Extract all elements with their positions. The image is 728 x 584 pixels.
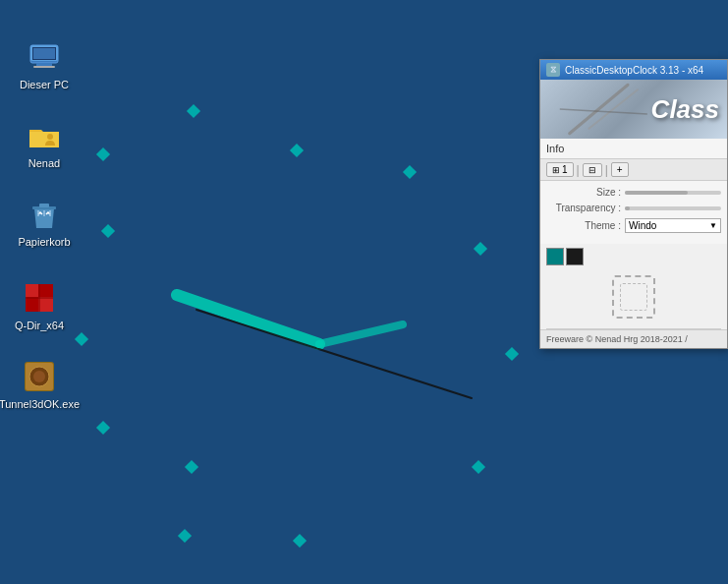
svg-line-25	[196, 310, 472, 398]
theme-control-row: Theme : Windo ▼	[546, 218, 721, 233]
desktop-icon-label: Papierkorb	[18, 236, 70, 248]
qdir-icon	[22, 280, 57, 316]
footer-text: Freeware © Nenad Hrg 2018-2021 /	[546, 334, 688, 344]
svg-point-6	[47, 134, 53, 140]
tab-1-label: 1	[562, 164, 568, 175]
theme-value: Windo	[629, 220, 656, 231]
svg-line-24	[319, 324, 403, 344]
desktop-clock-display	[98, 265, 540, 423]
swatch-teal[interactable]	[546, 248, 564, 265]
svg-line-29	[560, 109, 647, 114]
app-icon	[22, 359, 57, 394]
svg-rect-15	[26, 297, 38, 312]
swatch-black[interactable]	[566, 248, 584, 265]
tab-2[interactable]: ⊟	[583, 163, 602, 177]
svg-rect-16	[38, 297, 53, 312]
size-control-row: Size :	[546, 187, 721, 198]
theme-dropdown[interactable]: Windo ▼	[625, 218, 721, 233]
size-slider-fill	[625, 191, 688, 195]
theme-label: Theme :	[546, 220, 625, 231]
svg-rect-9	[37, 210, 39, 216]
computer-icon	[27, 39, 62, 75]
svg-line-27	[570, 85, 628, 133]
dropdown-arrow-icon: ▼	[709, 221, 717, 230]
window-controls-area: Size : Transparency : Theme : Windo ▼	[540, 181, 727, 244]
window-titlebar[interactable]: ⧖ ClassicDesktopClock 3.13 - x64	[540, 60, 727, 80]
size-slider[interactable]	[625, 191, 721, 195]
desktop-icon-label: Nenad	[28, 157, 60, 169]
transparency-control-row: Transparency :	[546, 203, 721, 213]
svg-rect-13	[26, 284, 38, 297]
tab-1-icon: ⊞	[552, 165, 560, 175]
info-label: Info	[546, 143, 564, 154]
svg-rect-11	[49, 210, 51, 216]
desktop-icon-dieser-pc[interactable]: Dieser PC	[10, 39, 79, 90]
transparency-slider-fill	[625, 206, 630, 210]
svg-rect-10	[43, 210, 45, 216]
desktop-icon-label: Q-Dir_x64	[15, 320, 64, 331]
tab-plus[interactable]: +	[611, 162, 629, 177]
tab-1[interactable]: ⊞ 1	[546, 162, 574, 177]
app-window: ⧖ ClassicDesktopClock 3.13 - x64 Class I…	[539, 59, 728, 349]
clock-preview-box	[612, 275, 655, 319]
svg-rect-14	[38, 284, 53, 297]
tab-separator-2: |	[605, 163, 608, 177]
plus-icon: +	[617, 164, 623, 175]
folder-icon	[27, 118, 62, 153]
tab-2-icon: ⊟	[588, 165, 596, 175]
clock-preview-inner	[620, 283, 647, 311]
desktop-icon-label: Tunnel3dOK.exe	[0, 398, 80, 410]
desktop-icon-label: Dieser PC	[20, 79, 69, 90]
desktop-icon-papierkorb[interactable]: Papierkorb	[10, 197, 79, 248]
clock-preview-area	[540, 265, 727, 328]
transparency-slider[interactable]	[625, 206, 721, 210]
window-info-section: Info	[540, 139, 727, 159]
banner-title-text: Class	[651, 94, 719, 125]
desktop-icon-tunnel3dok[interactable]: Tunnel3dOK.exe	[5, 359, 74, 410]
svg-rect-8	[39, 204, 49, 207]
size-label: Size :	[546, 187, 625, 198]
svg-point-22	[33, 371, 45, 382]
desktop-icon-q-dir[interactable]: Q-Dir_x64	[5, 280, 74, 331]
recycle-icon	[27, 197, 62, 232]
window-banner: Class	[540, 80, 727, 139]
titlebar-app-icon: ⧖	[546, 63, 560, 77]
svg-rect-3	[33, 66, 55, 68]
desktop-icon-nenad[interactable]: Nenad	[10, 118, 79, 169]
window-tabs-bar: ⊞ 1 | ⊟ | +	[540, 159, 727, 181]
window-title: ClassicDesktopClock 3.13 - x64	[565, 65, 703, 76]
color-swatches-row	[540, 248, 727, 265]
svg-line-23	[177, 295, 319, 344]
svg-point-26	[315, 340, 323, 348]
window-footer: Freeware © Nenad Hrg 2018-2021 /	[540, 329, 727, 348]
tab-separator: |	[577, 163, 580, 177]
svg-rect-2	[36, 63, 52, 66]
transparency-label: Transparency :	[546, 203, 625, 213]
